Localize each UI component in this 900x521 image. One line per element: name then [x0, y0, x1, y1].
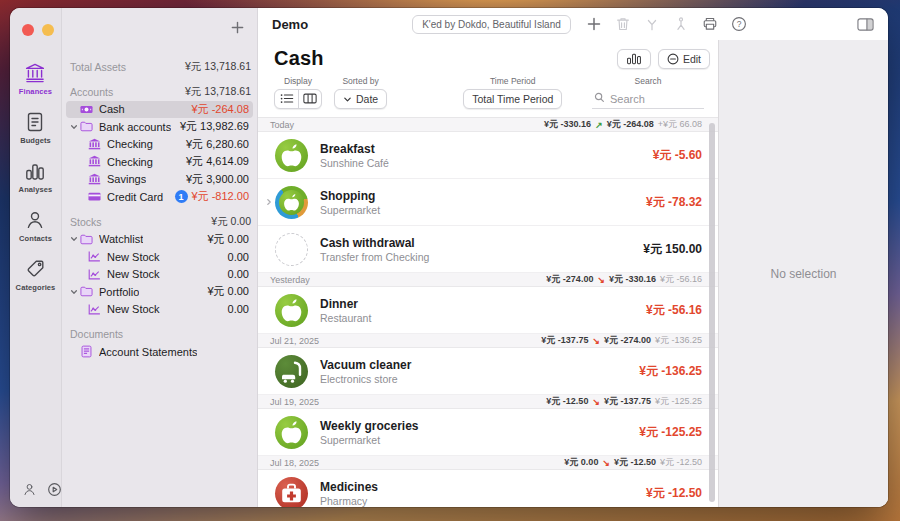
group-start-balance: ¥元 -274.00: [546, 273, 593, 286]
filter-bar: Display Sorted by Date Time Period Total…: [258, 70, 718, 117]
rail-item-analyses[interactable]: Analyses: [19, 160, 53, 194]
sidebar-item-checking[interactable]: Checking¥元 4,614.09: [66, 154, 253, 171]
close-window-button[interactable]: [22, 24, 34, 36]
sort-order-button[interactable]: Date: [334, 89, 387, 109]
search-field[interactable]: Search: [592, 89, 704, 109]
sidebar-section-documents: Documents: [62, 326, 257, 343]
group-start-balance: ¥元 0.00: [564, 456, 598, 469]
search-group: Search Search: [592, 76, 704, 109]
account-balance: ¥元 13,982.69: [180, 119, 249, 134]
rail-item-categories[interactable]: Categories: [16, 258, 56, 292]
transaction-list: Today¥元 -330.16↗¥元 -264.08+¥元 66.08Break…: [258, 117, 718, 507]
account-label: New Stock: [107, 303, 160, 315]
sidebar-item-credit-card[interactable]: Credit Card1¥元 -812.00: [66, 189, 253, 206]
sidebar-item-savings[interactable]: Savings¥元 3,900.00: [66, 171, 253, 188]
account-balance: ¥元 0.00: [207, 232, 249, 247]
sidebar-item-account-statements[interactable]: Account Statements: [66, 344, 253, 361]
tag-icon: [24, 258, 46, 280]
rail-item-label: Contacts: [19, 234, 52, 243]
section-value: ¥元 13,718.61: [185, 85, 251, 99]
print-button[interactable]: [702, 16, 718, 32]
icon-rail: FinancesBudgetsAnalysesContactsCategorie…: [10, 8, 62, 507]
account-label: Bank accounts: [99, 121, 171, 133]
time-period-value: Total Time Period: [472, 93, 553, 105]
group-balances: ¥元 -137.75↘¥元 -274.00¥元 -136.25: [541, 334, 702, 347]
svg-text:?: ?: [736, 19, 741, 29]
rail-nav: FinancesBudgetsAnalysesContactsCategorie…: [16, 62, 56, 292]
sidebar-item-new-stock[interactable]: New Stock0.00: [66, 266, 253, 283]
sidebar-item-new-stock[interactable]: New Stock0.00: [66, 249, 253, 266]
edit-button[interactable]: Edit: [658, 49, 710, 69]
account-balance: 0.00: [228, 268, 249, 280]
transaction-subtitle: Transfer from Checking: [320, 251, 429, 263]
transaction-row[interactable]: Weekly groceriesSupermarket¥元 -125.25: [258, 409, 718, 456]
minimize-window-button[interactable]: [42, 24, 54, 36]
transaction-title: Vacuum cleaner: [320, 358, 411, 372]
sidebar-item-watchlist[interactable]: Watchlist¥元 0.00: [66, 231, 253, 248]
column-view-button[interactable]: [298, 90, 321, 108]
folder-icon: [80, 233, 95, 246]
sidebar-item-portfolio[interactable]: Portfolio¥元 0.00: [66, 284, 253, 301]
play-circle-icon[interactable]: [47, 482, 62, 497]
transaction-row[interactable]: Cash withdrawalTransfer from Checking¥元 …: [258, 226, 718, 273]
rail-item-finances[interactable]: Finances: [19, 62, 52, 96]
chart-button[interactable]: [617, 49, 651, 69]
trend-down-arrow-icon: ↘: [602, 458, 610, 468]
trash-icon: [615, 16, 631, 32]
sidebar-toggle-icon[interactable]: [857, 17, 874, 32]
vertical-scrollbar[interactable]: [709, 123, 715, 502]
rail-item-budgets[interactable]: Budgets: [20, 111, 51, 145]
help-icon: ?: [731, 16, 747, 32]
add-button[interactable]: [586, 16, 602, 32]
rail-item-contacts[interactable]: Contacts: [19, 209, 52, 243]
bar-chart-icon: [626, 53, 642, 65]
transaction-row[interactable]: ShoppingSupermarket¥元 -78.32: [258, 179, 718, 226]
search-icon: [594, 92, 605, 105]
group-header: Jul 18, 2025¥元 0.00↘¥元 -12.50¥元 -12.50: [258, 456, 718, 470]
split-disclosure-icon[interactable]: [262, 198, 275, 206]
section-label: Stocks: [70, 216, 102, 228]
list-view-button[interactable]: [275, 90, 298, 108]
transaction-text: Weekly groceriesSupermarket: [320, 419, 419, 446]
transaction-amount: ¥元 -5.60: [653, 147, 702, 164]
apple-category-icon: [275, 416, 308, 449]
group-header: Yesterday¥元 -274.00↘¥元 -330.16¥元 -56.16: [258, 273, 718, 287]
transaction-text: Vacuum cleanerElectronics store: [320, 358, 411, 385]
transaction-row[interactable]: MedicinesPharmacy¥元 -12.50: [258, 470, 718, 507]
display-label: Display: [284, 76, 312, 86]
transaction-row[interactable]: BreakfastSunshine Café¥元 -5.60: [258, 132, 718, 179]
uncategorized-icon: [275, 233, 308, 266]
account-balance: 0.00: [228, 251, 249, 263]
transaction-amount: ¥元 -56.16: [646, 302, 702, 319]
bar-chart-icon: [24, 160, 46, 182]
add-account-button[interactable]: [230, 20, 245, 35]
disclosure-chevron-icon[interactable]: [70, 235, 80, 243]
credit-card-icon: [88, 190, 103, 203]
toolbar-buttons: ?: [586, 16, 747, 32]
sidebar-item-cash[interactable]: Cash¥元 -264.08: [66, 101, 253, 118]
group-delta: ¥元 -56.16: [660, 273, 702, 286]
accounts-sidebar: Total Assets¥元 13,718.61Accounts¥元 13,71…: [62, 8, 258, 507]
content-row: Cash Edit Display Sor: [258, 40, 888, 507]
time-period-button[interactable]: Total Time Period: [463, 89, 562, 109]
help-button[interactable]: ?: [731, 16, 747, 32]
right-zone: Demo K'ed by Dokdo, Beautiful Island ? C…: [258, 8, 888, 507]
disclosure-chevron-icon[interactable]: [70, 123, 80, 131]
account-label: Account Statements: [99, 346, 197, 358]
person-icon[interactable]: [22, 482, 37, 497]
transaction-row[interactable]: DinnerRestaurant¥元 -56.16: [258, 287, 718, 334]
chevron-down-icon: [343, 95, 352, 104]
titlebar-account-pill[interactable]: K'ed by Dokdo, Beautiful Island: [412, 15, 571, 34]
banknote-icon: [80, 103, 95, 116]
group-balances: ¥元 -330.16↗¥元 -264.08+¥元 66.08: [544, 118, 702, 131]
disclosure-chevron-icon[interactable]: [70, 288, 80, 296]
apple-category-icon: [275, 139, 308, 172]
sidebar-item-new-stock[interactable]: New Stock0.00: [66, 301, 253, 318]
transaction-row[interactable]: Vacuum cleanerElectronics store¥元 -136.2…: [258, 348, 718, 395]
detail-panel: No selection: [718, 40, 888, 507]
sidebar-item-bank-accounts[interactable]: Bank accounts¥元 13,982.69: [66, 119, 253, 136]
toolbar: Demo K'ed by Dokdo, Beautiful Island ?: [258, 8, 888, 40]
sidebar-item-checking[interactable]: Checking¥元 6,280.60: [66, 136, 253, 153]
section-label: Accounts: [70, 86, 113, 98]
list-view-icon: [280, 90, 294, 108]
